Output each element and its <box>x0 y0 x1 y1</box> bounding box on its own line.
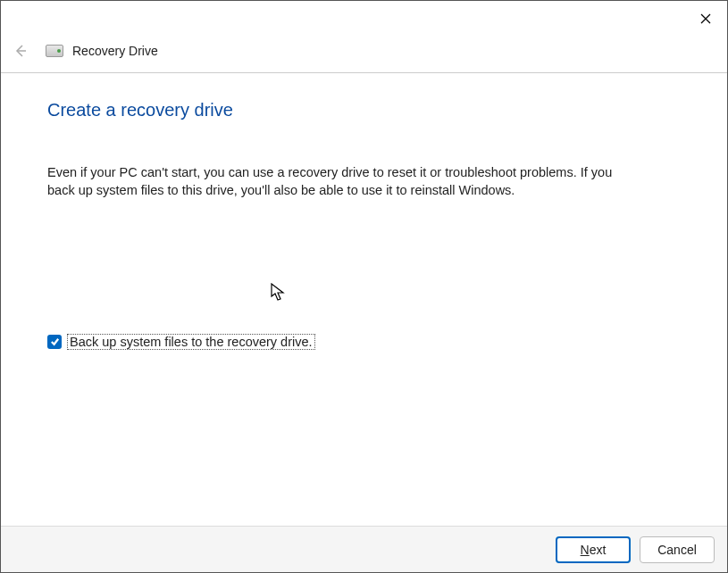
page-title: Create a recovery drive <box>47 100 681 120</box>
backup-checkbox-row[interactable]: Back up system files to the recovery dri… <box>47 334 681 350</box>
drive-icon <box>46 45 63 57</box>
content-area: Create a recovery drive Even if your PC … <box>1 73 727 350</box>
backup-checkbox[interactable] <box>47 335 62 349</box>
page-description: Even if your PC can't start, you can use… <box>47 163 637 200</box>
backup-checkbox-label[interactable]: Back up system files to the recovery dri… <box>67 334 315 350</box>
back-arrow-icon <box>12 42 29 60</box>
close-button[interactable] <box>695 8 716 29</box>
next-button-accel: N <box>581 543 590 557</box>
next-button[interactable]: Next <box>556 536 631 563</box>
app-title: Recovery Drive <box>72 44 158 58</box>
wizard-footer: Next Cancel <box>1 526 727 572</box>
titlebar <box>1 1 727 37</box>
next-button-rest: ext <box>590 543 607 557</box>
cancel-button[interactable]: Cancel <box>640 536 715 563</box>
wizard-header: Recovery Drive <box>1 37 727 73</box>
